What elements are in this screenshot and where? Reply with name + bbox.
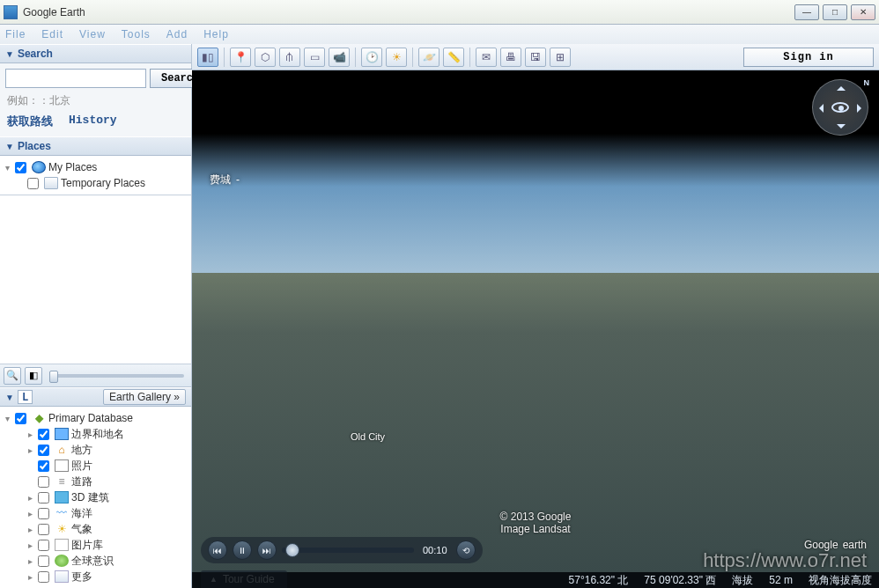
road-icon: ≡ [55, 475, 69, 488]
status-eye-label: 视角海拔高度 [809, 573, 872, 588]
city-label: 费城- [210, 167, 240, 187]
look-eye-icon [831, 102, 849, 113]
menu-file[interactable]: File [5, 28, 26, 40]
menu-add[interactable]: Add [166, 28, 188, 40]
player-next-button[interactable]: ⏭ [257, 540, 277, 560]
planet-button[interactable]: 🪐 [418, 48, 440, 67]
status-lon: 75 09'02.33" 西 [644, 573, 716, 588]
my-places-label: My Places [48, 161, 97, 173]
status-bar: 57°16.32" 北 75 09'02.33" 西 海拔 52 m 视角海拔高… [192, 572, 879, 588]
menu-bar: File Edit View Tools Add Help [0, 25, 879, 44]
borders-icon [55, 428, 69, 440]
photo-icon [55, 459, 69, 472]
status-lat: 57°16.32" 北 [569, 573, 629, 588]
database-icon: ◆ [32, 412, 46, 424]
menu-tools[interactable]: Tools [122, 28, 151, 40]
player-prev-button[interactable]: ⏮ [208, 540, 227, 560]
status-elev-label: 海拔 [732, 573, 753, 588]
earth-gallery-button[interactable]: Earth Gallery » [103, 389, 186, 405]
folder-icon [44, 177, 58, 189]
buildings-icon [55, 491, 69, 503]
search-input[interactable] [5, 69, 146, 88]
search-places-icon[interactable]: 🔍 [4, 367, 21, 385]
map-label-old-city: Old City [351, 431, 385, 442]
primary-db-label: Primary Database [48, 412, 133, 424]
minimize-button[interactable]: — [794, 4, 819, 20]
gallery-icon [55, 539, 69, 551]
maximize-button[interactable]: □ [823, 4, 847, 20]
temp-places-node[interactable]: Temporary Places [2, 175, 189, 191]
placemark-button[interactable]: 📍 [230, 48, 251, 67]
toggle-view-icon[interactable]: ◧ [25, 367, 42, 385]
ruler-button[interactable]: 📏 [443, 48, 464, 67]
player-pause-button[interactable]: ⏸ [233, 540, 252, 560]
history-button[interactable]: 🕑 [361, 48, 382, 67]
sunlight-button[interactable]: ☀ [386, 48, 407, 67]
player-track[interactable] [282, 548, 414, 553]
layer-ocean[interactable]: ▸〰海洋 [2, 505, 189, 521]
layers-panel-header[interactable]: ▼ L Earth Gallery » [0, 387, 191, 407]
status-elev-val: 52 m [769, 574, 793, 586]
layer-3d-buildings[interactable]: ▸3D 建筑 [2, 489, 189, 505]
collapse-icon: ▼ [5, 393, 14, 402]
sidebar-toggle-button[interactable]: ▮▯ [197, 48, 218, 67]
map-viewport[interactable]: ▮▯ 📍 ⬡ ⫛ ▭ 📹 🕑 ☀ 🪐 📏 ✉ 🖶 🖫 ⊞ Sign in 费城- [192, 44, 879, 588]
history-link[interactable]: History [69, 114, 117, 129]
north-label: N [864, 78, 870, 87]
ocean-icon: 〰 [55, 507, 69, 519]
place-icon: ⌂ [55, 444, 69, 456]
places-header-label: Places [18, 140, 51, 152]
menu-help[interactable]: Help [203, 28, 229, 40]
player-time: 00:10 [423, 545, 447, 555]
places-toolstrip: 🔍 ◧ [0, 364, 191, 387]
main-toolbar: ▮▯ 📍 ⬡ ⫛ ▭ 📹 🕑 ☀ 🪐 📏 ✉ 🖶 🖫 ⊞ Sign in [192, 44, 879, 70]
close-button[interactable]: ✕ [851, 4, 875, 20]
my-places-checkbox[interactable] [15, 162, 26, 173]
layer-more[interactable]: ▸更多 [2, 569, 189, 584]
search-hint: 例如：：北京 [7, 93, 186, 108]
image-overlay-button[interactable]: ▭ [304, 48, 325, 67]
layer-checkbox[interactable] [15, 413, 26, 424]
menu-view[interactable]: View [79, 28, 106, 40]
layer-places[interactable]: ▸⌂地方 [2, 442, 189, 458]
places-panel-header[interactable]: ▼ Places [0, 136, 191, 156]
weather-icon: ☀ [55, 523, 69, 535]
view-in-maps-button[interactable]: ⊞ [550, 48, 571, 67]
save-image-button[interactable]: 🖫 [525, 48, 546, 67]
window-titlebar: Google Earth — □ ✕ [0, 0, 879, 25]
layer-photos[interactable]: 照片 [2, 458, 189, 474]
layer-gallery[interactable]: ▸图片库 [2, 537, 189, 553]
record-tour-button[interactable]: 📹 [329, 48, 350, 67]
watermark-text: https://www.o7r.net [703, 549, 867, 572]
layer-awareness[interactable]: ▸全球意识 [2, 553, 189, 569]
window-title: Google Earth [23, 6, 791, 18]
collapse-icon: ▼ [5, 49, 14, 59]
sky-region [192, 70, 879, 282]
polygon-button[interactable]: ⬡ [255, 48, 276, 67]
search-header-label: Search [18, 48, 53, 60]
awareness-icon [55, 555, 69, 567]
nav-compass[interactable]: N [812, 79, 868, 136]
globe-icon [32, 161, 46, 173]
copyright-text: © 2013 Google Image Landsat [500, 511, 572, 535]
app-logo-icon [4, 5, 18, 19]
tour-player: ⏮ ⏸ ⏭ 00:10 ⟲ [201, 537, 483, 563]
get-directions-link[interactable]: 获取路线 [7, 114, 53, 129]
path-button[interactable]: ⫛ [279, 48, 300, 67]
email-button[interactable]: ✉ [476, 48, 497, 67]
layers-l-label: L [18, 390, 33, 404]
opacity-slider[interactable] [49, 374, 184, 378]
temp-places-checkbox[interactable] [27, 178, 39, 189]
sidebar: ▼ Search Search 例如：：北京 获取路线 History ▼ Pl… [0, 44, 192, 588]
layer-roads[interactable]: ≡道路 [2, 474, 189, 489]
layer-weather[interactable]: ▸☀气象 [2, 521, 189, 537]
print-button[interactable]: 🖶 [500, 48, 521, 67]
my-places-node[interactable]: ▾ My Places [2, 159, 189, 175]
player-loop-button[interactable]: ⟲ [456, 540, 476, 560]
menu-edit[interactable]: Edit [41, 28, 63, 40]
sign-in-button[interactable]: Sign in [743, 48, 874, 67]
search-panel-header[interactable]: ▼ Search [0, 44, 191, 63]
temp-places-label: Temporary Places [61, 177, 145, 189]
layer-borders[interactable]: ▸边界和地名 [2, 426, 189, 442]
primary-database-node[interactable]: ▾◆ Primary Database [2, 410, 189, 426]
